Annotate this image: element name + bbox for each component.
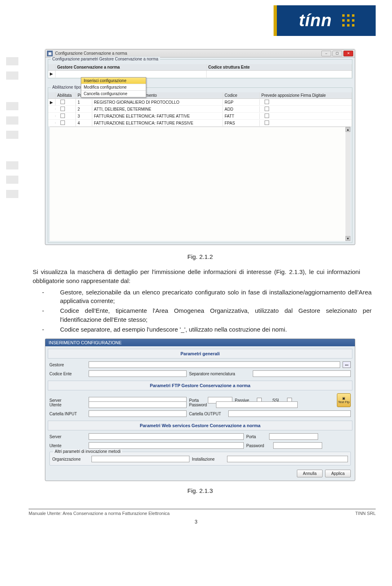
checkbox-icon[interactable] [265,107,269,111]
lbl-password: Password [189,403,214,407]
cell-tip: FATTURAZIONE ELETTRONICA: FATTURE ATTIVE [92,113,223,119]
logo-text: tínn [299,11,332,30]
input-utente[interactable] [89,401,187,408]
checkbox-icon[interactable] [265,120,269,125]
chevron-down-icon[interactable]: ▼ [345,236,350,241]
apply-button[interactable]: Applica [325,470,351,477]
left-decoration [0,41,29,501]
cell-prog: 1 [76,99,92,105]
ctx-insert[interactable]: Inserisci configurazione [81,78,146,84]
cell-cod: ADD [223,106,260,112]
lbl-gestore: Gestore [49,363,86,367]
titlebar: ▣ Configurazione Conservazione a norma –… [45,49,355,58]
section-ftp: Parametri FTP Gestore Conservazione a no… [48,381,352,390]
checkbox-icon[interactable] [60,114,65,118]
scrollbar[interactable]: ▲ ▼ [345,127,350,241]
sub-legend: Altri parametri di invocazione metodi [53,449,122,454]
table-row[interactable]: 4 FATTURAZIONE ELETTRONICA: FATTURE PASS… [48,120,352,127]
lbl-utente-ws: Utente [49,443,86,448]
paragraph-1: Si visualizza la maschera di dettaglio p… [33,267,360,285]
lbl-installazione: Installazione [192,457,225,461]
lbl-server-ws: Server [49,434,86,439]
lbl-cartella-in: Cartella INPUT [49,412,86,416]
lbl-password-ws: Password [246,443,271,448]
input-porta-ws[interactable] [269,433,318,440]
footer-left: Manuale Utente: Area Conservazione a nor… [29,511,169,516]
checkbox-icon[interactable] [60,107,65,111]
cell-prog: 2 [76,106,92,112]
h-abilitata: Abilitata [56,92,76,98]
checkbox-icon[interactable] [265,114,269,118]
cell-cod: FPAS [223,120,260,126]
test-ftp-button[interactable]: ▣ Test Ftp [337,393,351,407]
cell-prog: 3 [76,113,92,119]
grid-body-empty: ▲ ▼ [50,127,350,241]
table-row[interactable]: ▶ 1 REGISTRO GIORNALIERO DI PROTOCOLLO R… [48,99,352,106]
close-button[interactable]: ✕ [343,51,353,56]
lbl-porta: Porta [189,398,205,403]
folder-icon: ▣ [342,397,345,400]
table-row[interactable]: 3 FATTURAZIONE ELETTRONICA: FATTURE ATTI… [48,113,352,120]
cell-tip: ATTI, DELIBERE, DETERMINE [92,106,223,112]
group-legend: Configurazione parametri Gestore Conserv… [51,57,160,61]
page-number: 3 [0,516,392,530]
table-row[interactable]: 2 ATTI, DELIBERE, DETERMINE ADD [48,106,352,113]
ctx-delete[interactable]: Cancella configurazione [81,91,146,97]
input-installazione[interactable] [227,456,348,462]
lbl-porta-ws: Porta [246,434,267,439]
lbl-cartella-out: Cartella OUTPUT [189,412,226,416]
insert-config-window: INSERIMENTO CONFIGURAZIONE Parametri gen… [45,339,355,481]
col-codice-struttura: Codice struttura Ente [207,64,352,70]
context-menu: Inserisci configurazione Modifica config… [81,77,146,98]
tipologie-groupbox: Abilitazione tipologia Abilitata Prog. T… [48,87,352,243]
input-password-ws[interactable] [273,442,322,449]
lbl-server: Server [49,398,86,403]
input-codice-ente[interactable] [89,370,187,377]
input-organizzazione[interactable] [91,456,189,462]
gestore-groupbox: Configurazione parametri Gestore Conserv… [48,59,352,78]
checkbox-icon[interactable] [265,100,269,104]
config-window: ▣ Configurazione Conservazione a norma –… [45,49,355,245]
figure-caption-1: Fig. 2.1.2 [29,253,372,260]
footer-right: TINN SRL [355,511,376,516]
chevron-up-icon[interactable]: ▲ [345,127,350,132]
input-server-ws[interactable] [89,433,244,440]
h-firma: Prevede apposizione Firma Digitale [260,92,352,98]
input-cartella-in[interactable] [89,410,187,417]
input-utente-ws[interactable] [89,442,244,449]
page-header: tínn [0,0,392,41]
checkbox-icon[interactable] [60,120,65,125]
bullet-list: Gestore, selezionabile da un elenco prec… [51,288,372,334]
lbl-separatore: Separatore nomenclatura [189,372,250,376]
list-item: Codice separatore, ad esempio l'undescor… [51,325,372,334]
cancel-button[interactable]: Annulla [297,470,323,477]
form-title: INSERIMENTO CONFIGURAZIONE [45,339,355,346]
section-generali: Parametri generali [48,349,352,359]
lookup-button[interactable]: ••• [343,361,351,368]
figure-caption-2: Fig. 2.1.3 [29,487,372,494]
app-icon: ▣ [47,51,53,56]
list-item: Codice dell'Ente, tipicamente l'Area Omo… [51,306,372,324]
checkbox-icon[interactable] [60,100,65,104]
input-password[interactable] [216,401,298,408]
h-codice: Codice [223,92,260,98]
cell-prog: 4 [76,120,92,126]
col-gestore: Gestore Conservazione a norma [56,64,207,70]
minimize-button[interactable]: – [321,51,331,56]
lbl-codice-ente: Codice Ente [49,372,86,376]
section-ws: Parametri Web services Gestore Conservaz… [48,421,352,430]
cell-tip: FATTURAZIONE ELETTRONICA: FATTURE PASSIV… [92,120,223,126]
ctx-modify[interactable]: Modifica configurazione [81,84,146,91]
list-item: Gestore, selezionabile da un elenco prec… [51,288,372,306]
input-separatore[interactable] [253,370,351,377]
cell-cod: FATT [223,113,260,119]
cell-cod: RGP [223,99,260,105]
page-footer: Manuale Utente: Area Conservazione a nor… [29,509,376,516]
input-cartella-out[interactable] [228,410,351,417]
lbl-utente: Utente [49,403,86,407]
window-title: Configurazione Conservazione a norma [55,51,321,56]
maximize-button[interactable]: ▢ [332,51,342,56]
input-gestore[interactable] [89,361,340,368]
altri-parametri-group: Altri parametri di invocazione metodi Or… [49,452,351,466]
cell-tip: REGISTRO GIORNALIERO DI PROTOCOLLO [92,99,223,105]
